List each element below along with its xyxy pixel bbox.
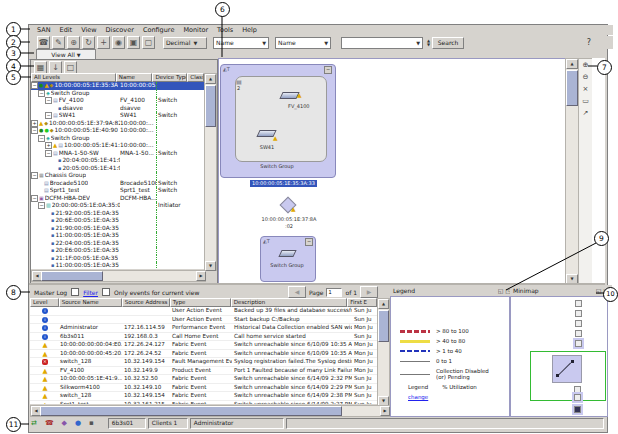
minimap-node-selected[interactable] — [574, 406, 581, 413]
tree-row[interactable]: ▪20:04:00:05:1E:41:9A — [31, 157, 204, 165]
tree-row[interactable]: ▪dsavvedsavve — [31, 105, 204, 113]
name-combo-1[interactable]: Name ▼ — [213, 37, 269, 49]
menu-discover[interactable]: Discover — [106, 26, 134, 34]
scroll-up-icon[interactable]: ▲ — [205, 74, 216, 84]
collapse-toggle[interactable]: − — [38, 202, 45, 209]
move-icon[interactable]: + — [97, 36, 110, 49]
name-combo-2[interactable]: Name ▼ — [275, 37, 331, 49]
tree-row[interactable]: −▦Chassis Group — [31, 172, 204, 180]
collapse-group-button[interactable]: − — [324, 66, 332, 74]
column-header-source-address[interactable]: Source Address — [122, 298, 170, 307]
table-row[interactable]: iUser Action EventStart backup C:/Backup… — [30, 316, 377, 325]
log-horizontal-scrollbar[interactable]: ◀ ▶ — [30, 405, 390, 417]
scroll-up-icon[interactable]: ▲ — [566, 59, 578, 69]
column-header-device-type[interactable]: Device Type — [152, 73, 187, 82]
tree-row[interactable]: ▪20:05:00:05:1E:41:9A — [31, 165, 204, 173]
menu-view[interactable]: View — [81, 26, 96, 34]
zoom-out-icon[interactable]: ⊖ — [581, 73, 590, 82]
tree-row[interactable]: −●●◆10:00:00:05:1E:40:9010:00:00:... — [31, 127, 204, 135]
menu-configure[interactable]: Configure — [143, 26, 175, 34]
table-row[interactable]: ▲Silkworm410010.32.149.10Fabric EventSwi… — [30, 384, 377, 393]
tree-row[interactable]: ▪20:6E:00:05:1E:0A:35 — [31, 217, 204, 225]
table-row[interactable]: ▲Sprt1_test10.32.161.215Fabric EventSwit… — [30, 401, 377, 405]
tree-row[interactable]: −◈Switch Group — [31, 135, 204, 143]
page-input[interactable] — [326, 288, 342, 297]
minimap-node[interactable] — [574, 386, 581, 393]
spinner-down-icon[interactable]: ▼ — [427, 43, 430, 47]
expand-icon[interactable]: × — [581, 85, 590, 94]
legend-change-link[interactable]: change — [408, 394, 428, 400]
table-row[interactable]: ▲switch_12810.32.149.154Fabric EventSwit… — [30, 392, 377, 401]
collapse-toggle[interactable]: − — [45, 112, 52, 119]
collapse-toggle[interactable]: − — [31, 82, 38, 89]
filter-checkbox[interactable] — [71, 288, 79, 296]
collapse-toggle[interactable]: − — [31, 195, 38, 202]
minimap-fabric-node[interactable] — [552, 355, 582, 383]
menu-monitor[interactable]: Monitor — [183, 26, 208, 34]
minimap-node[interactable] — [575, 330, 582, 337]
map-vertical-scrollbar[interactable]: ▲ ▼ — [565, 58, 579, 285]
scroll-right-icon[interactable]: ▶ — [380, 406, 390, 416]
only-events-checkbox[interactable] — [102, 288, 110, 296]
select-icon[interactable]: ⊕ — [67, 36, 80, 49]
table-row[interactable]: ▲10:00:00:00:00:45:20...172.26.24.52Fabr… — [30, 350, 377, 359]
snapshot-icon[interactable]: ◉ — [112, 36, 125, 49]
collapse-toggle[interactable]: − — [31, 127, 38, 134]
tree-row[interactable]: −▥20:00:00:05:1E:0A:35:0EInitiator — [31, 202, 204, 210]
tree-row[interactable]: +▲▤10:00:00:05:1E:41:9A:8510:00:00:... — [31, 142, 204, 150]
search-combo[interactable]: ▼ — [341, 37, 423, 49]
attach-icon[interactable]: ◱ — [498, 287, 504, 294]
menu-san[interactable]: SAN — [37, 26, 51, 34]
export-icon[interactable]: ↗ — [581, 109, 590, 118]
table-row[interactable]: ▲10:00:00:00:00:04:E0...172.26.24.127Fab… — [30, 341, 377, 350]
log-scroll-thumb[interactable] — [378, 310, 389, 342]
table-row[interactable]: iUser Action EventBacked up 39 files and… — [30, 307, 377, 316]
tree-row[interactable]: ▪21:92:00:05:1E:0A:35 — [31, 210, 204, 218]
tree-row[interactable]: −●▲◆10:00:00:05:1E:35:3A10:00:00:05... — [31, 82, 204, 90]
scroll-right-icon[interactable]: ▶ — [196, 271, 206, 281]
table-row[interactable]: iAdministrator172.16.114.59Performance E… — [30, 324, 377, 333]
table-row[interactable]: ×switch_12810.32.149.154Fault Management… — [30, 358, 377, 367]
tree-row[interactable]: ▪11:00:00:05:1E:0A:35 — [31, 232, 204, 240]
column-header-type[interactable]: Type — [170, 298, 231, 307]
table-row[interactable]: i6b3s011192.168.0.3Call Home EventCall h… — [30, 333, 377, 342]
scroll-down-icon[interactable]: ▼ — [205, 261, 216, 271]
selected-fabric-label[interactable]: 10:00:00:05:1E:35:3A:33 — [250, 180, 317, 187]
tree-row[interactable]: ▤Brocade5100Brocade5100Switch — [31, 180, 204, 188]
prev-page-button[interactable]: ◀ — [288, 286, 306, 298]
expand-toggle[interactable]: + — [45, 142, 52, 149]
fit-view-icon[interactable]: ▭ — [581, 97, 590, 106]
tree-scroll-thumb[interactable] — [205, 85, 216, 127]
tree-row[interactable]: ▤Sprt1_testSprt1_testSwitch — [31, 187, 204, 195]
attach-icon[interactable]: ◱ — [596, 287, 602, 294]
minimap-node[interactable] — [575, 310, 582, 317]
collapse-toggle[interactable]: − — [45, 150, 52, 157]
collapse-toggle[interactable]: − — [38, 135, 45, 142]
search-button[interactable]: Search — [432, 37, 464, 49]
edit-icon[interactable]: ✎ — [52, 36, 65, 49]
menu-edit[interactable]: Edit — [60, 26, 73, 34]
minimap-node-selected[interactable] — [574, 394, 581, 401]
launch-icon[interactable]: ☎ — [37, 36, 50, 49]
filter-link[interactable]: Filter — [83, 289, 98, 296]
map-scroll-thumb[interactable] — [566, 70, 578, 106]
tree-row[interactable]: −▤SW41SW41Switch — [31, 112, 204, 120]
collapse-toggle[interactable]: − — [31, 172, 38, 179]
column-header-class[interactable]: Class — [187, 73, 204, 82]
tree-row[interactable]: +▲◆10:00:00:05:1E:37:9A:8210:00:00:... — [31, 120, 204, 128]
tree-vertical-scrollbar[interactable]: ▲ ▼ — [204, 73, 217, 271]
collapse-toggle[interactable]: − — [45, 97, 52, 104]
column-header-description[interactable]: Description — [231, 298, 347, 307]
copy-icon[interactable]: ▢ — [142, 36, 155, 49]
column-header-name[interactable]: Name — [116, 73, 153, 82]
scroll-up-icon[interactable]: ▲ — [378, 299, 389, 309]
tree-row[interactable]: −▤MNA-1-50-SWMNA-1-50...Switch — [31, 150, 204, 158]
tree-row[interactable]: ▪11:00:00:05:1E:0A:35 — [31, 262, 204, 269]
tree-row[interactable]: ▪22:04:00:05:1E:0A:35 — [31, 240, 204, 248]
column-header-source-name[interactable]: Source Name — [59, 298, 122, 307]
decimal-dropdown[interactable]: Decimal ▼ — [163, 37, 207, 49]
search-spinner[interactable]: ▲ ▼ — [427, 39, 430, 47]
collapse-toggle[interactable]: − — [38, 90, 45, 97]
menu-help[interactable]: Help — [242, 26, 257, 34]
tree-hscroll-thumb[interactable] — [41, 271, 103, 281]
